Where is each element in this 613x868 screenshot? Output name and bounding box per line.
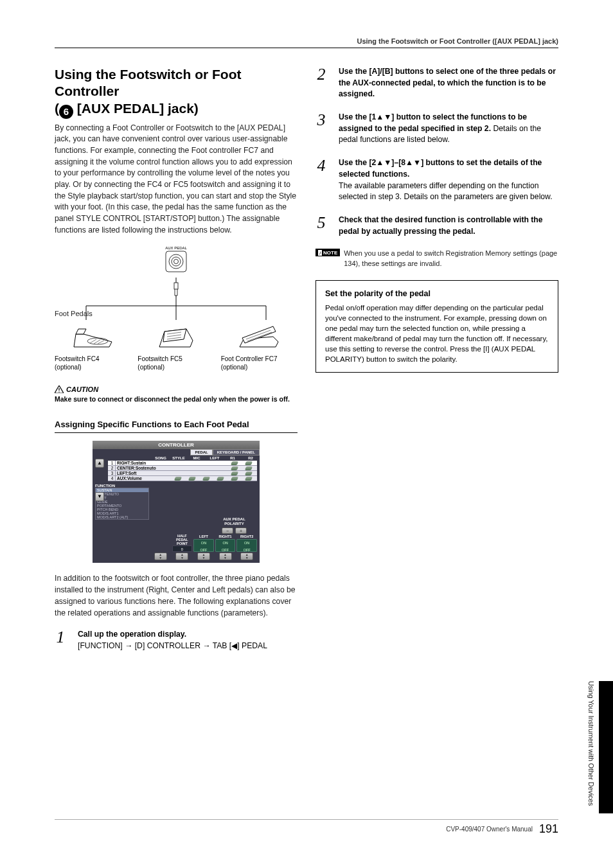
polarity-heading: Set the polarity of the pedal <box>325 288 549 300</box>
manual-name: CVP-409/407 Owner's Manual <box>446 826 533 833</box>
svg-rect-5 <box>174 283 178 289</box>
param-item: HALF PEDAL POINT0▲▼ <box>172 534 193 560</box>
pedal-name: Footswitch FC4 <box>55 355 131 363</box>
screen-column-headers: SONGSTYLEMICLEFTR1R2 <box>93 456 260 461</box>
aux-pedal-polarity: AUX PEDAL POLARITY − + <box>222 517 247 533</box>
polarity-body: Pedal on/off operation may differ depend… <box>325 303 549 365</box>
bottom-params: ▲▼HALF PEDAL POINT0▲▼LEFTONOFF▲▼RIGHT1ON… <box>95 534 257 560</box>
side-tab <box>599 681 613 813</box>
pedal-name: Footswitch FC5 <box>138 355 214 363</box>
polarity-plus-icon: + <box>235 527 247 534</box>
polarity-minus-icon: − <box>222 527 233 534</box>
pedal-row: 3LEFT:Soft <box>108 471 257 476</box>
param-item: RIGHT1ONOFF▲▼ <box>215 535 236 560</box>
pedal-optional: (optional) <box>55 363 131 371</box>
page-number: 191 <box>539 822 558 836</box>
step-number: 1 <box>55 629 66 646</box>
step-number: 5 <box>315 215 327 231</box>
scroll-down-icon: ▼ <box>95 492 104 501</box>
side-section-label: Using Your Instrument with Other Devices <box>587 681 595 813</box>
subsection-heading: Assigning Specific Functions to Each Foo… <box>55 420 298 434</box>
param-item: RIGHT2ONOFF▲▼ <box>236 535 257 560</box>
pedal-row: 1RIGHT:Sustain <box>108 461 257 466</box>
followup-paragraph: In addition to the footswitch or foot co… <box>55 573 298 619</box>
param-item: ▲▼ <box>150 552 171 560</box>
step-4: 4 Use the [2▲▼]–[8▲▼] buttons to set the… <box>315 157 558 203</box>
step-number: 2 <box>315 66 327 83</box>
note-text: When you use a pedal to switch Registrat… <box>344 249 558 269</box>
scroll-up-icon: ▲ <box>95 459 104 468</box>
right-column: 2 Use the [A]/[B] buttons to select one … <box>315 66 558 664</box>
step-3: 3 Use the [1▲▼] button to select the fun… <box>315 112 558 146</box>
step-detail: The available parameters differ dependin… <box>339 181 558 203</box>
foot-controller-fc7-icon <box>236 323 282 351</box>
jack-label: AUX PEDAL <box>55 246 298 250</box>
jack-number-icon: 6 <box>59 105 73 119</box>
step-heading: Use the [2▲▼]–[8▲▼] buttons to set the d… <box>339 157 558 180</box>
svg-point-3 <box>174 260 179 264</box>
step-5: 5 Check that the desired function is con… <box>315 215 558 237</box>
pedal-optional: (optional) <box>221 363 298 371</box>
page-footer: CVP-409/407 Owner's Manual 191 <box>55 819 558 836</box>
pedal-name: Foot Controller FC7 <box>221 355 298 363</box>
step-heading: Use the [A]/[B] buttons to select one of… <box>339 67 556 98</box>
step-number: 3 <box>315 112 327 128</box>
aux-jack-icon <box>165 251 187 272</box>
step-detail: [FUNCTION] → [D] CONTROLLER → TAB [◀] PE… <box>78 641 298 652</box>
caution-block: CAUTION Make sure to connect or disconne… <box>55 385 298 403</box>
footswitch-fc5-icon <box>155 323 197 351</box>
svg-point-21 <box>58 392 59 393</box>
note-line: NOTE When you use a pedal to switch Regi… <box>315 249 558 269</box>
step-1: 1 Call up the operation display. [FUNCTI… <box>55 629 298 651</box>
caution-text: Make sure to connect or disconnect the p… <box>55 394 298 403</box>
screen-title: CONTROLLER <box>93 441 260 449</box>
warning-icon <box>55 385 64 393</box>
svg-point-1 <box>169 254 183 269</box>
step-number: 4 <box>315 157 327 174</box>
step-heading: Check that the desired function is contr… <box>339 215 543 236</box>
pedal-row: 2CENTER:Sostenuto <box>108 466 257 471</box>
section-title: Using the Footswitch or Foot Controller … <box>55 66 298 119</box>
polarity-box: Set the polarity of the pedal Pedal on/o… <box>315 280 558 373</box>
param-item: LEFTONOFF▲▼ <box>193 535 214 560</box>
step-2: 2 Use the [A]/[B] buttons to select one … <box>315 66 558 100</box>
pedal-list: 1RIGHT:Sustain2CENTER:Sostenuto3LEFT:Sof… <box>108 461 257 481</box>
footswitch-fc4-icon <box>71 323 116 351</box>
running-head: Using the Footswitch or Foot Controller … <box>55 37 558 48</box>
svg-point-2 <box>172 257 181 266</box>
pedal-optional: (optional) <box>138 363 214 371</box>
screen-tab-keyboard: KEYBOARD / PANEL <box>213 449 260 456</box>
step-heading: Call up the operation display. <box>78 629 298 641</box>
intro-paragraph: By connecting a Foot Controller or Foots… <box>55 123 298 236</box>
screen-tab-pedal: PEDAL <box>190 449 212 456</box>
pedal-diagram: AUX PEDAL <box>55 246 298 371</box>
controller-screen: CONTROLLER PEDAL KEYBOARD / PANEL ▲ ▼ SO… <box>93 441 260 563</box>
left-column: Using the Footswitch or Foot Controller … <box>55 66 298 664</box>
note-badge-icon: NOTE <box>315 249 340 256</box>
pedal-row: 4AUX:Volume <box>108 476 257 481</box>
